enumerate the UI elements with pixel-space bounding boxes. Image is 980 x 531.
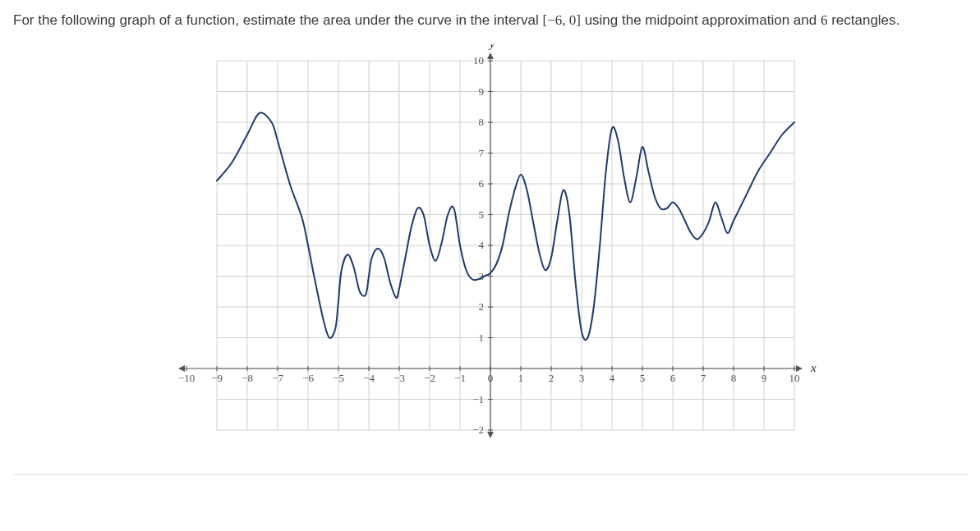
svg-text:0: 0	[487, 372, 493, 384]
bottom-divider	[13, 474, 967, 475]
svg-marker-38	[487, 432, 494, 438]
svg-text:2: 2	[478, 300, 484, 313]
svg-text:−1: −1	[472, 393, 484, 405]
svg-text:5: 5	[639, 372, 645, 384]
svg-text:2: 2	[548, 372, 554, 384]
svg-text:−9: −9	[211, 372, 223, 384]
svg-text:1: 1	[518, 372, 523, 384]
svg-text:8: 8	[730, 372, 736, 384]
question-prefix: For the following graph of a function, e…	[13, 12, 542, 28]
svg-text:1: 1	[478, 332, 484, 344]
svg-marker-35	[796, 365, 803, 372]
svg-text:3: 3	[578, 372, 584, 384]
svg-text:10: 10	[473, 54, 484, 66]
svg-text:4: 4	[609, 372, 614, 384]
svg-text:−7: −7	[272, 372, 283, 384]
svg-text:x: x	[810, 361, 817, 374]
svg-text:6: 6	[478, 177, 484, 190]
svg-text:−2: −2	[472, 423, 484, 436]
svg-text:5: 5	[478, 208, 484, 221]
svg-text:7: 7	[478, 147, 484, 159]
svg-text:−2: −2	[424, 372, 435, 384]
svg-text:−8: −8	[242, 372, 253, 384]
question-text: For the following graph of a function, e…	[13, 10, 950, 31]
function-graph: −10−9−8−7−6−5−4−3−2−1012345678910−2−1123…	[162, 44, 819, 455]
svg-text:−10: −10	[177, 372, 194, 384]
question-interval: [−6, 0]	[542, 12, 580, 28]
svg-marker-36	[178, 365, 185, 372]
svg-text:10: 10	[789, 372, 799, 384]
svg-text:−1: −1	[454, 372, 466, 384]
svg-text:3: 3	[478, 270, 484, 282]
svg-text:−4: −4	[363, 372, 375, 384]
svg-text:7: 7	[700, 372, 706, 384]
chart-container: −10−9−8−7−6−5−4−3−2−1012345678910−2−1123…	[13, 44, 967, 455]
svg-text:9: 9	[761, 372, 766, 384]
svg-text:9: 9	[478, 85, 484, 98]
svg-marker-37	[487, 53, 494, 59]
svg-text:−3: −3	[393, 372, 405, 384]
svg-text:4: 4	[478, 239, 484, 251]
question-middle: using the midpoint approximation and	[581, 12, 821, 28]
svg-text:−6: −6	[302, 372, 314, 384]
svg-text:y: y	[487, 44, 495, 50]
svg-text:6: 6	[669, 372, 675, 384]
svg-text:−5: −5	[333, 372, 344, 384]
svg-text:8: 8	[478, 116, 484, 128]
question-suffix: rectangles.	[827, 12, 899, 28]
